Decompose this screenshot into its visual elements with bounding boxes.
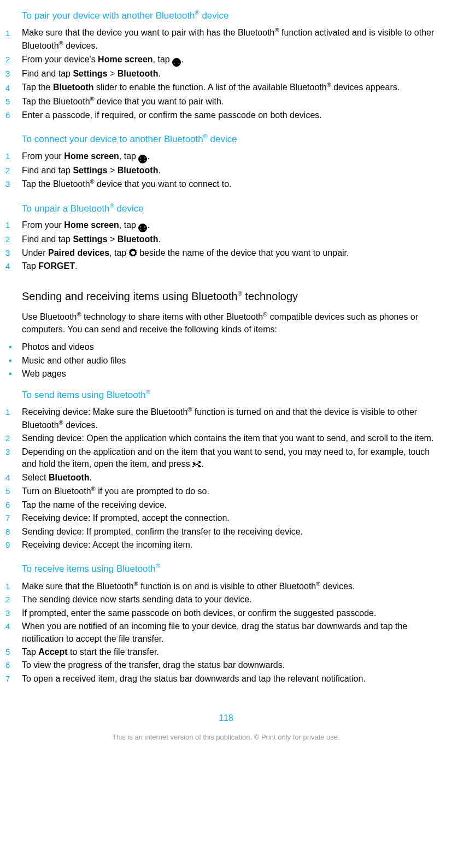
step-text: Receiving device: If prompted, accept th… bbox=[22, 512, 447, 524]
step-number: 3 bbox=[5, 68, 22, 79]
step-text: Make sure that the device you want to pa… bbox=[22, 26, 447, 52]
section-heading-sending: Sending and receiving items using Blueto… bbox=[22, 289, 447, 304]
bullet-dot: • bbox=[5, 355, 22, 367]
step-item: 3If prompted, enter the same passcode on… bbox=[5, 607, 447, 619]
step-item: 4When you are notified of an incoming fi… bbox=[5, 620, 447, 645]
step-text: Enter a passcode, if required, or confir… bbox=[22, 109, 447, 121]
step-text: From your device's Home screen, tap ⋮⋮. bbox=[22, 54, 447, 67]
bullets-sending: •Photos and videos•Music and other audio… bbox=[5, 341, 447, 380]
step-text: Find and tap Settings > Bluetooth. bbox=[22, 165, 447, 177]
gear-icon bbox=[129, 249, 137, 257]
steps-send: 1Receiving device: Make sure the Bluetoo… bbox=[5, 406, 447, 551]
step-text: Tap the Bluetooth® device that you want … bbox=[22, 95, 447, 108]
step-number: 4 bbox=[5, 260, 22, 272]
step-number: 1 bbox=[5, 219, 22, 231]
section-title-pair: To pair your device with another Bluetoo… bbox=[22, 9, 447, 22]
step-item: 3Tap the Bluetooth® device that you want… bbox=[5, 178, 447, 191]
step-text: From your Home screen, tap ⋮⋮. bbox=[22, 150, 447, 163]
step-item: 3Depending on the application and on the… bbox=[5, 446, 447, 471]
apps-icon: ⋮⋮ bbox=[172, 58, 181, 67]
step-item: 5Tap the Bluetooth® device that you want… bbox=[5, 95, 447, 108]
step-text: Tap Accept to start the file transfer. bbox=[22, 646, 447, 658]
step-text: Tap FORGET. bbox=[22, 260, 447, 272]
apps-icon: ⋮⋮ bbox=[138, 224, 147, 232]
step-text: Tap the Bluetooth® device that you want … bbox=[22, 178, 447, 191]
step-text: Receiving device: Make sure the Bluetoot… bbox=[22, 406, 447, 431]
steps-pair: 1Make sure that the device you want to p… bbox=[5, 26, 447, 121]
step-item: 8Sending device: If prompted, confirm th… bbox=[5, 526, 447, 538]
share-icon bbox=[192, 460, 201, 468]
step-item: 2The sending device now starts sending d… bbox=[5, 594, 447, 606]
steps-receive: 1Make sure that the Bluetooth® function … bbox=[5, 580, 447, 685]
step-number: 4 bbox=[5, 620, 22, 632]
bullet-dot: • bbox=[5, 341, 22, 353]
step-item: 1From your Home screen, tap ⋮⋮. bbox=[5, 150, 447, 163]
step-number: 1 bbox=[5, 580, 22, 592]
step-text: Find and tap Settings > Bluetooth. bbox=[22, 233, 447, 245]
step-number: 6 bbox=[5, 659, 22, 671]
step-number: 1 bbox=[5, 27, 22, 39]
steps-unpair: 1From your Home screen, tap ⋮⋮.2Find and… bbox=[5, 219, 447, 272]
step-number: 3 bbox=[5, 446, 22, 458]
page-number: 118 bbox=[5, 712, 447, 724]
step-number: 3 bbox=[5, 607, 22, 619]
step-number: 1 bbox=[5, 406, 22, 418]
bullet-item: •Photos and videos bbox=[5, 341, 447, 353]
footer-text: This is an internet version of this publ… bbox=[5, 732, 447, 742]
step-text: To view the progress of the transfer, dr… bbox=[22, 659, 447, 671]
step-text: Under Paired devices, tap beside the nam… bbox=[22, 247, 447, 259]
step-text: When you are notified of an incoming fil… bbox=[22, 620, 447, 645]
step-item: 1From your Home screen, tap ⋮⋮. bbox=[5, 219, 447, 232]
step-text: Select Bluetooth. bbox=[22, 472, 447, 484]
step-item: 9Receiving device: Accept the incoming i… bbox=[5, 539, 447, 551]
step-item: 4Select Bluetooth. bbox=[5, 472, 447, 484]
step-text: Tap the name of the receiving device. bbox=[22, 499, 447, 511]
step-text: If prompted, enter the same passcode on … bbox=[22, 607, 447, 619]
step-item: 1Make sure that the device you want to p… bbox=[5, 26, 447, 52]
step-item: 2Find and tap Settings > Bluetooth. bbox=[5, 233, 447, 245]
step-item: 6Tap the name of the receiving device. bbox=[5, 499, 447, 511]
section-title-unpair: To unpair a Bluetooth® device bbox=[22, 202, 447, 215]
step-item: 5Turn on Bluetooth® if you are prompted … bbox=[5, 485, 447, 498]
step-number: 2 bbox=[5, 165, 22, 176]
step-item: 2Find and tap Settings > Bluetooth. bbox=[5, 165, 447, 177]
step-text: Tap the Bluetooth slider to enable the f… bbox=[22, 81, 447, 94]
step-text: To open a received item, drag the status… bbox=[22, 673, 447, 685]
page-content: To pair your device with another Bluetoo… bbox=[0, 0, 452, 753]
step-item: 4Tap FORGET. bbox=[5, 260, 447, 272]
bullet-item: •Music and other audio files bbox=[5, 355, 447, 367]
bullet-item: •Web pages bbox=[5, 368, 447, 380]
step-item: 5Tap Accept to start the file transfer. bbox=[5, 646, 447, 658]
step-text: Depending on the application and on the … bbox=[22, 446, 447, 471]
step-item: 4Tap the Bluetooth slider to enable the … bbox=[5, 81, 447, 94]
step-text: Receiving device: Accept the incoming it… bbox=[22, 539, 447, 551]
step-item: 3Find and tap Settings > Bluetooth. bbox=[5, 68, 447, 80]
step-item: 2Sending device: Open the application wh… bbox=[5, 432, 447, 444]
step-number: 6 bbox=[5, 109, 22, 121]
step-number: 7 bbox=[5, 673, 22, 684]
step-number: 7 bbox=[5, 512, 22, 524]
step-number: 4 bbox=[5, 472, 22, 483]
step-text: From your Home screen, tap ⋮⋮. bbox=[22, 219, 447, 232]
step-item: 1Receiving device: Make sure the Bluetoo… bbox=[5, 406, 447, 431]
step-number: 8 bbox=[5, 526, 22, 537]
step-text: The sending device now starts sending da… bbox=[22, 594, 447, 606]
step-text: Make sure that the Bluetooth® function i… bbox=[22, 580, 447, 593]
step-number: 6 bbox=[5, 499, 22, 511]
step-text: Sending device: Open the application whi… bbox=[22, 432, 447, 444]
bullet-text: Web pages bbox=[22, 368, 447, 380]
bullet-text: Music and other audio files bbox=[22, 355, 447, 367]
step-item: 7To open a received item, drag the statu… bbox=[5, 673, 447, 685]
step-item: 1Make sure that the Bluetooth® function … bbox=[5, 580, 447, 593]
step-item: 6To view the progress of the transfer, d… bbox=[5, 659, 447, 671]
step-number: 3 bbox=[5, 178, 22, 190]
step-number: 5 bbox=[5, 646, 22, 658]
bullet-dot: • bbox=[5, 368, 22, 380]
step-number: 4 bbox=[5, 82, 22, 93]
step-number: 3 bbox=[5, 247, 22, 259]
step-number: 2 bbox=[5, 54, 22, 65]
section-title-connect: To connect your device to another Blueto… bbox=[22, 132, 447, 145]
step-number: 2 bbox=[5, 594, 22, 605]
sending-paragraph: Use Bluetooth® technology to share items… bbox=[22, 310, 447, 336]
step-number: 5 bbox=[5, 485, 22, 497]
